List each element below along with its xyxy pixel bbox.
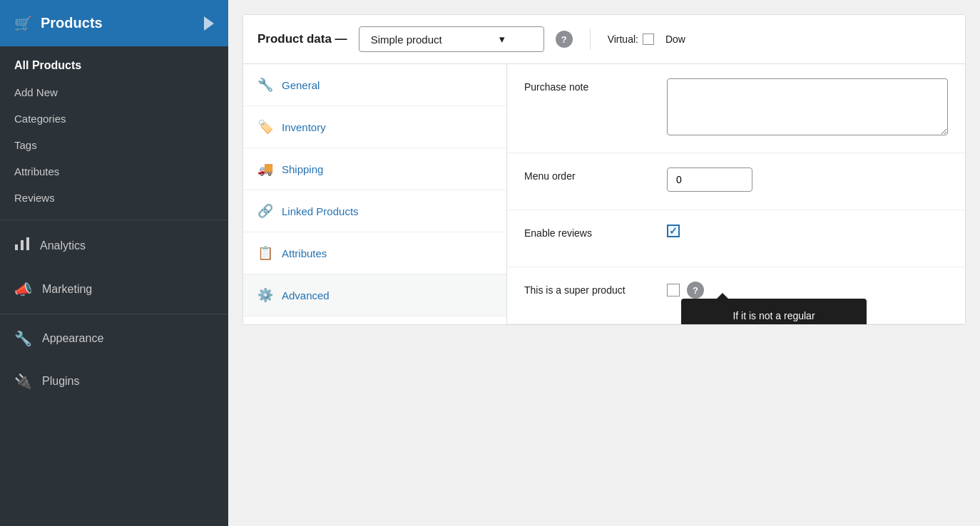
- menu-order-input[interactable]: [667, 167, 752, 192]
- appearance-label: Appearance: [42, 332, 103, 345]
- tab-advanced[interactable]: ⚙️ Advanced: [243, 274, 506, 316]
- enable-reviews-checkbox[interactable]: [667, 225, 680, 237]
- sidebar-item-analytics[interactable]: Analytics: [0, 223, 228, 268]
- sidebar-nav: All Products Add New Categories Tags Att…: [0, 46, 228, 217]
- purchase-note-textarea[interactable]: [667, 78, 948, 135]
- analytics-icon: [14, 236, 30, 255]
- product-type-value: Simple product: [371, 33, 442, 46]
- tooltip: If it is not a regular WooCommerce produ…: [681, 299, 867, 325]
- sidebar-item-appearance[interactable]: 🔧 Appearance: [0, 317, 228, 360]
- sidebar-item-add-new[interactable]: Add New: [0, 79, 228, 105]
- purchase-note-label: Purchase note: [524, 78, 667, 93]
- sidebar-item-tags[interactable]: Tags: [0, 132, 228, 158]
- select-arrow-icon: ▾: [499, 33, 505, 46]
- enable-reviews-input-wrap: [667, 225, 948, 237]
- virtual-checkbox[interactable]: [643, 33, 654, 45]
- inventory-icon: 🏷️: [257, 119, 273, 135]
- svg-rect-1: [21, 240, 24, 250]
- super-product-checkbox[interactable]: [667, 284, 680, 296]
- sidebar-divider-2: [0, 314, 228, 314]
- analytics-label: Analytics: [40, 239, 86, 252]
- plugins-icon: 🔌: [14, 373, 32, 390]
- tab-shipping[interactable]: 🚚 Shipping: [243, 148, 506, 190]
- tab-inventory[interactable]: 🏷️ Inventory: [243, 106, 506, 148]
- tab-linked-products[interactable]: 🔗 Linked Products: [243, 190, 506, 232]
- enable-reviews-row: Enable reviews: [507, 210, 965, 267]
- marketing-icon: 📣: [14, 281, 32, 298]
- super-product-row: This is a super product ? If it is not a…: [507, 267, 965, 324]
- sidebar-item-marketing[interactable]: 📣 Marketing: [0, 268, 228, 311]
- tab-inventory-label: Inventory: [282, 121, 326, 133]
- tab-linked-products-label: Linked Products: [282, 205, 359, 217]
- product-tabs: 🔧 General 🏷️ Inventory 🚚 Shipping 🔗 Link…: [243, 64, 507, 324]
- menu-order-row: Menu order: [507, 153, 965, 210]
- tab-content-advanced: Purchase note Menu order Enable reviews: [507, 64, 965, 324]
- virtual-label: Virtual:: [608, 33, 654, 45]
- marketing-label: Marketing: [42, 283, 92, 296]
- advanced-icon: ⚙️: [257, 287, 273, 303]
- tab-shipping-label: Shipping: [282, 163, 323, 175]
- sidebar-item-reviews[interactable]: Reviews: [0, 185, 228, 211]
- enable-reviews-label: Enable reviews: [524, 225, 667, 239]
- purchase-note-input-wrap: [667, 78, 948, 138]
- sidebar-item-attributes[interactable]: Attributes: [0, 158, 228, 185]
- help-icon[interactable]: ?: [556, 31, 573, 48]
- sidebar-item-all-products[interactable]: All Products: [0, 52, 228, 79]
- main-content: Product data — Simple product ▾ ? Virtua…: [228, 0, 980, 526]
- sidebar-header-title: Products: [41, 15, 103, 31]
- product-data-header: Product data — Simple product ▾ ? Virtua…: [243, 15, 965, 64]
- sidebar-divider-1: [0, 220, 228, 220]
- product-data-label: Product data —: [257, 32, 347, 46]
- download-label: Dow: [665, 33, 685, 45]
- purchase-note-row: Purchase note: [507, 64, 965, 153]
- product-type-select[interactable]: Simple product ▾: [359, 26, 544, 52]
- sidebar-collapse-arrow[interactable]: [204, 16, 214, 31]
- product-data-panel: Product data — Simple product ▾ ? Virtua…: [243, 14, 966, 325]
- super-product-label: This is a super product: [524, 282, 667, 296]
- svg-rect-2: [26, 237, 29, 250]
- appearance-icon: 🔧: [14, 330, 32, 347]
- tab-advanced-label: Advanced: [282, 289, 330, 301]
- general-icon: 🔧: [257, 77, 273, 93]
- sidebar-header[interactable]: 🛒 Products: [0, 0, 228, 46]
- svg-rect-0: [15, 244, 18, 250]
- products-icon: 🛒: [14, 15, 32, 32]
- sidebar: 🛒 Products All Products Add New Categori…: [0, 0, 228, 526]
- plugins-label: Plugins: [42, 375, 79, 388]
- menu-order-label: Menu order: [524, 167, 667, 182]
- divider: [590, 29, 591, 50]
- linked-products-icon: 🔗: [257, 203, 273, 219]
- super-product-input-wrap: ? If it is not a regular WooCommerce pro…: [667, 282, 948, 299]
- super-product-help-icon[interactable]: ?: [687, 282, 704, 299]
- menu-order-input-wrap: [667, 167, 948, 192]
- product-data-body: 🔧 General 🏷️ Inventory 🚚 Shipping 🔗 Link…: [243, 64, 965, 324]
- tab-attributes-label: Attributes: [282, 247, 327, 259]
- tab-attributes[interactable]: 📋 Attributes: [243, 232, 506, 274]
- sidebar-item-plugins[interactable]: 🔌 Plugins: [0, 360, 228, 403]
- tab-general-label: General: [282, 79, 320, 91]
- attributes-icon: 📋: [257, 245, 273, 261]
- shipping-icon: 🚚: [257, 161, 273, 177]
- tab-general[interactable]: 🔧 General: [243, 64, 506, 106]
- sidebar-item-categories[interactable]: Categories: [0, 105, 228, 132]
